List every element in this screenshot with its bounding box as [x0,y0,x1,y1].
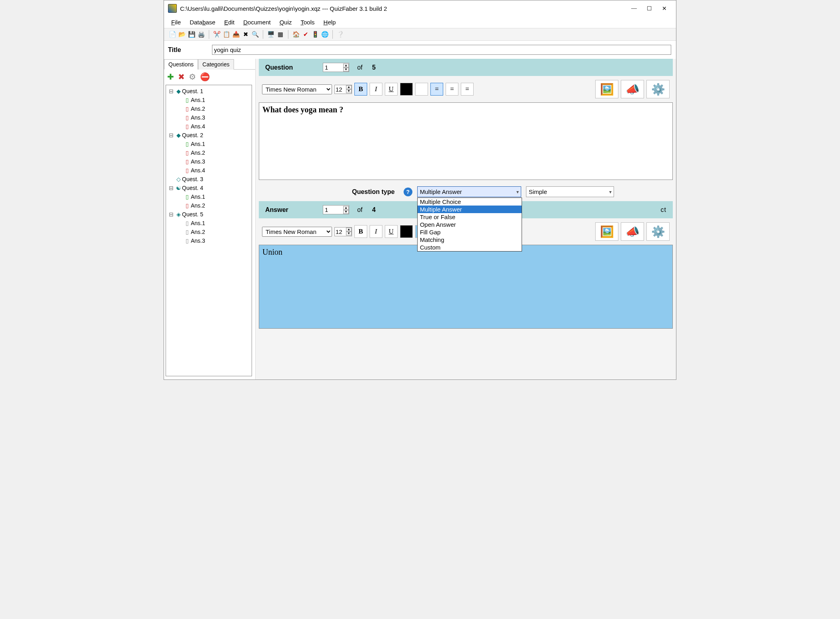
italic-button[interactable]: I [370,83,382,96]
help-icon[interactable]: ? [404,188,412,196]
question-size-spinner[interactable]: ▲▼ [334,85,352,94]
tree-answer[interactable]: ▯ Ans.1 [168,140,250,148]
title-input[interactable] [212,45,671,55]
save-icon[interactable]: 💾 [187,30,196,39]
tab-categories[interactable]: Categories [198,59,234,70]
question-type-selected[interactable]: Multiple Answer [417,186,521,197]
answer-settings-button[interactable]: ⚙️ [646,222,670,241]
minimize-button[interactable]: — [626,3,642,14]
menu-document[interactable]: Document [243,19,270,26]
menu-quiz[interactable]: Quiz [280,19,292,26]
properties-icon[interactable]: 🏠 [292,30,300,39]
menu-edit[interactable]: Edit [224,19,234,26]
remove-icon[interactable]: ✖ [178,72,185,82]
spin-up-icon[interactable]: ▲ [346,228,352,232]
paste-icon[interactable]: 📥 [232,30,240,39]
expand-icon[interactable]: ⊟ [168,131,175,140]
spin-down-icon[interactable]: ▼ [346,232,352,236]
tree-answer[interactable]: ▯ Ans.4 [168,166,250,175]
tree-question[interactable]: ⊟◆ Quest. 1 [168,87,250,96]
tree-answer[interactable]: ▯ Ans.2 [168,148,250,157]
tree-answer[interactable]: ▯ Ans.2 [168,104,250,113]
question-type-option[interactable]: True or False [418,213,522,221]
tree-question[interactable]: ◇ Quest. 3 [168,175,250,184]
question-index-spinner[interactable]: ▲▼ [323,63,349,72]
question-font-select[interactable]: Times New Roman [262,84,332,94]
check-icon[interactable]: ✔ [301,30,310,39]
add-icon[interactable]: ✚ [167,72,174,82]
answer-size-input[interactable] [335,228,346,236]
question-size-input[interactable] [335,85,346,94]
globe-icon[interactable]: 🌐 [320,30,329,39]
question-type-dropdown[interactable]: Multiple ChoiceMultiple AnswerTrue or Fa… [417,198,522,252]
align-left-button[interactable]: ≡ [430,83,443,96]
tree-question[interactable]: ⊟◈ Quest. 5 [168,210,250,219]
tree-answer[interactable]: ▯ Ans.3 [168,236,250,245]
forecolor-swatch[interactable] [400,225,413,238]
tree-answer[interactable]: ▯ Ans.1 [168,192,250,201]
answer-editor[interactable]: Union [259,245,673,329]
spin-down-icon[interactable]: ▼ [346,89,352,93]
menu-help[interactable]: Help [324,19,336,26]
question-type-option[interactable]: Multiple Answer [418,206,522,213]
tree-answer[interactable]: ▯ Ans.2 [168,201,250,210]
open-icon[interactable]: 📂 [178,30,186,39]
answer-index-input[interactable] [323,206,343,214]
bold-button[interactable]: B [354,225,367,238]
expand-icon[interactable]: ⊟ [168,184,175,192]
print-icon[interactable]: 🖨️ [197,30,206,39]
tab-questions[interactable]: Questions [164,59,198,70]
menu-file[interactable]: File [171,19,181,26]
grid-icon[interactable]: ▦ [276,30,285,39]
spin-up-icon[interactable]: ▲ [343,64,349,68]
answer-font-select[interactable]: Times New Roman [262,227,332,237]
question-editor[interactable]: What does yoga mean ? [259,102,673,180]
tree-answer[interactable]: ▯ Ans.2 [168,228,250,236]
menu-tools[interactable]: Tools [301,19,315,26]
traffic-icon[interactable]: 🚦 [311,30,320,39]
insert-audio-button[interactable]: 📣 [621,222,644,241]
question-index-input[interactable] [323,63,343,72]
close-button[interactable]: ✕ [657,3,672,14]
question-type-option[interactable]: Multiple Choice [418,198,522,206]
question-tree[interactable]: ⊟◆ Quest. 1▯ Ans.1▯ Ans.2▯ Ans.3▯ Ans.4⊟… [166,85,252,376]
forecolor-swatch[interactable] [400,83,413,96]
tree-answer[interactable]: ▯ Ans.3 [168,113,250,122]
tree-answer[interactable]: ▯ Ans.1 [168,96,250,104]
bold-button[interactable]: B [354,83,367,96]
spin-up-icon[interactable]: ▲ [346,85,352,89]
question-settings-button[interactable]: ⚙️ [646,80,670,98]
align-center-button[interactable]: ≡ [446,83,458,96]
preview-icon[interactable]: 🔍 [251,30,260,39]
insert-image-button[interactable]: 🖼️ [595,222,618,241]
delete-icon[interactable]: ✖ [241,30,250,39]
question-subtype-selected[interactable]: Simple [526,186,614,197]
question-type-option[interactable]: Fill Gap [418,228,522,236]
question-type-combo[interactable]: Multiple Answer ▾ Multiple ChoiceMultipl… [417,186,521,197]
underline-button[interactable]: U [385,83,398,96]
cut-icon[interactable]: ✂️ [212,30,221,39]
question-type-option[interactable]: Custom [418,244,522,251]
question-type-option[interactable]: Open Answer [418,221,522,228]
maximize-button[interactable]: ☐ [642,3,657,14]
expand-icon[interactable]: ⊟ [168,210,175,219]
block-icon[interactable]: ⛔ [200,72,210,82]
settings-icon[interactable]: ⚙ [189,72,196,82]
monitor-icon[interactable]: 🖥️ [266,30,275,39]
tree-answer[interactable]: ▯ Ans.3 [168,157,250,166]
help-icon[interactable]: ❔ [336,30,345,39]
spin-down-icon[interactable]: ▼ [343,210,349,214]
insert-image-button[interactable]: 🖼️ [595,80,618,98]
expand-icon[interactable]: ⊟ [168,87,175,96]
tree-answer[interactable]: ▯ Ans.4 [168,122,250,131]
italic-button[interactable]: I [370,225,382,238]
new-icon[interactable]: 📄 [168,30,177,39]
spin-up-icon[interactable]: ▲ [343,206,349,210]
spin-down-icon[interactable]: ▼ [343,68,349,72]
tree-question[interactable]: ⊟◆ Quest. 2 [168,131,250,140]
question-type-option[interactable]: Matching [418,236,522,244]
tree-question[interactable]: ⊟☯ Quest. 4 [168,184,250,192]
align-right-button[interactable]: ≡ [461,83,474,96]
answer-size-spinner[interactable]: ▲▼ [334,227,352,236]
answer-index-spinner[interactable]: ▲▼ [323,205,349,214]
